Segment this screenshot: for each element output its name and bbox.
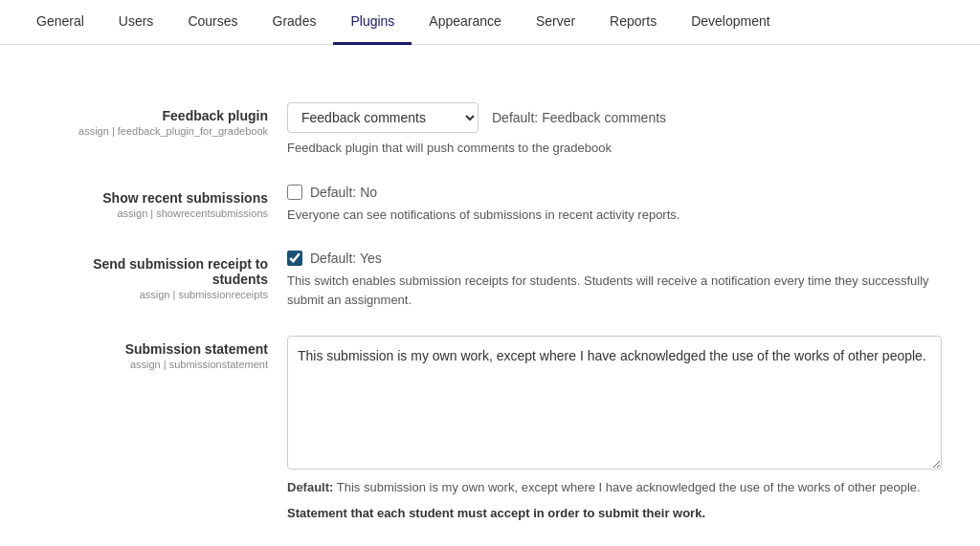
nav-item-appearance[interactable]: Appearance	[412, 0, 519, 45]
nav-item-plugins[interactable]: Plugins	[333, 0, 412, 45]
checkbox-row-send-receipt: Default: Yes	[287, 251, 942, 266]
control-col-submission-statement: This submission is my own work, except w…	[287, 336, 942, 523]
checkbox-row-show-recent: Default: No	[287, 185, 942, 200]
setting-sublabel-feedback-plugin: assign | feedback_plugin_for_gradebook	[38, 125, 268, 137]
nav-item-grades[interactable]: Grades	[256, 0, 334, 45]
textarea-submission-statement[interactable]: This submission is my own work, except w…	[287, 336, 942, 470]
setting-row-feedback-plugin: Feedback pluginassign | feedback_plugin_…	[38, 102, 942, 158]
nav-item-courses[interactable]: Courses	[170, 0, 255, 45]
select-feedback-plugin[interactable]: Feedback comments	[287, 102, 479, 133]
description-feedback-plugin: Feedback plugin that will push comments …	[287, 139, 942, 158]
control-row-feedback-plugin: Feedback commentsDefault: Feedback comme…	[287, 102, 942, 133]
default-block-label-submission-statement: Default:	[287, 480, 333, 494]
nav-item-reports[interactable]: Reports	[592, 0, 674, 45]
top-nav: GeneralUsersCoursesGradesPluginsAppearan…	[0, 0, 980, 45]
setting-row-show-recent: Show recent submissionsassign | showrece…	[38, 185, 942, 225]
default-block-submission-statement: Default: This submission is my own work,…	[287, 480, 942, 494]
setting-row-send-receipt: Send submission receipt to studentsassig…	[38, 251, 942, 309]
control-col-show-recent: Default: NoEveryone can see notification…	[287, 185, 942, 225]
nav-item-general[interactable]: General	[19, 0, 101, 45]
settings-container: Feedback pluginassign | feedback_plugin_…	[38, 102, 942, 523]
checkbox-label-show-recent: Default: No	[310, 185, 377, 200]
label-col-submission-statement: Submission statementassign | submissions…	[38, 336, 287, 370]
checkbox-label-send-receipt: Default: Yes	[310, 251, 382, 266]
setting-label-show-recent: Show recent submissions	[38, 190, 268, 206]
setting-sublabel-submission-statement: assign | submissionstatement	[38, 359, 268, 370]
content-area: Feedback pluginassign | feedback_plugin_…	[0, 45, 980, 546]
setting-sublabel-show-recent: assign | showrecentsubmissions	[38, 207, 268, 219]
label-col-feedback-plugin: Feedback pluginassign | feedback_plugin_…	[38, 102, 287, 137]
description-submission-statement: Statement that each student must accept …	[287, 504, 942, 523]
setting-sublabel-send-receipt: assign | submissionreceipts	[38, 289, 268, 300]
label-col-send-receipt: Send submission receipt to studentsassig…	[38, 251, 287, 300]
setting-label-submission-statement: Submission statement	[38, 341, 268, 357]
nav-item-development[interactable]: Development	[674, 0, 788, 45]
label-col-show-recent: Show recent submissionsassign | showrece…	[38, 185, 287, 219]
setting-row-submission-statement: Submission statementassign | submissions…	[38, 336, 942, 523]
description-show-recent: Everyone can see notifications of submis…	[287, 206, 942, 225]
control-col-send-receipt: Default: YesThis switch enables submissi…	[287, 251, 942, 309]
setting-label-send-receipt: Send submission receipt to students	[38, 256, 268, 287]
nav-item-users[interactable]: Users	[101, 0, 171, 45]
control-col-feedback-plugin: Feedback commentsDefault: Feedback comme…	[287, 102, 942, 158]
description-send-receipt: This switch enables submission receipts …	[287, 272, 942, 309]
checkbox-show-recent[interactable]	[287, 185, 302, 200]
default-text-feedback-plugin: Default: Feedback comments	[492, 110, 666, 125]
nav-item-server[interactable]: Server	[519, 0, 592, 45]
setting-label-feedback-plugin: Feedback plugin	[38, 108, 268, 123]
checkbox-send-receipt[interactable]	[287, 251, 302, 266]
